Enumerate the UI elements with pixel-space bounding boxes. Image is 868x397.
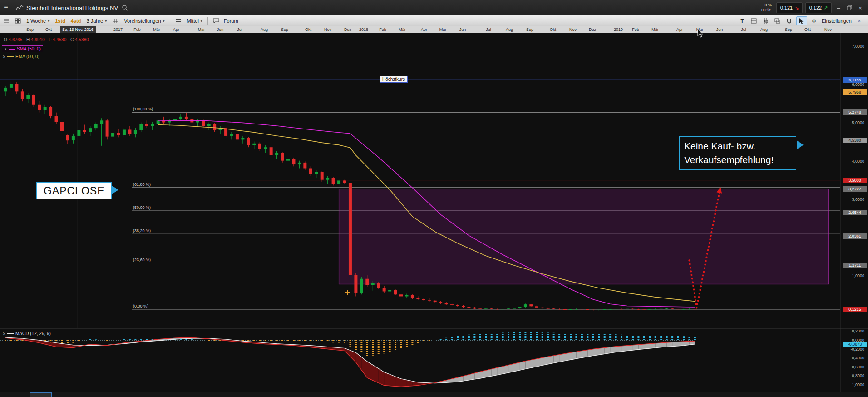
minimize-icon[interactable]: –	[834, 4, 843, 12]
macd-fill	[525, 360, 531, 369]
candle-body	[422, 299, 425, 300]
candle-body	[252, 144, 256, 145]
macd-fill	[356, 352, 361, 370]
macd-fill	[361, 357, 367, 378]
date-axis[interactable]: Sa, 19 Nov. 2016 SepOkt2017FebMärAprMaiJ…	[0, 26, 868, 34]
hoechstkurs-annotation[interactable]: Höchstkurs	[380, 76, 408, 83]
toolbar-separator	[207, 17, 208, 25]
bid-box[interactable]: 0,121 ↘	[776, 2, 803, 13]
list-icon[interactable]	[1, 17, 11, 25]
candle-body	[609, 309, 612, 310]
gapclose-annotation[interactable]: GAPCLOSE	[36, 182, 112, 199]
layout-grid-icon[interactable]	[13, 17, 23, 25]
candle-body	[349, 183, 352, 275]
chart-line-icon[interactable]	[15, 5, 24, 11]
candle-body	[360, 279, 363, 293]
candle-body	[473, 308, 476, 309]
candle-body	[202, 120, 205, 126]
candle-body	[100, 120, 103, 124]
candle-body	[117, 133, 120, 135]
candle-body	[597, 310, 601, 310]
candle-body	[388, 290, 391, 291]
candlestick-icon[interactable]	[761, 17, 771, 25]
settings-button[interactable]: Einstellungen	[822, 18, 852, 24]
candle-body	[207, 124, 211, 126]
ask-box[interactable]: 0,122 ↗	[805, 2, 832, 13]
candle-body	[450, 304, 454, 305]
menu-icon[interactable]: ≡	[0, 4, 12, 12]
panel-close-icon[interactable]: ×	[854, 17, 864, 25]
mittel-dropdown[interactable]: Mittel▾	[185, 17, 205, 25]
magnet-icon[interactable]	[784, 17, 794, 25]
date-tick: Okt	[45, 27, 52, 32]
candle-body	[94, 124, 98, 128]
candle-body	[128, 129, 131, 134]
candle-body	[292, 159, 295, 164]
candle-body	[264, 147, 267, 149]
chart-scrollbar[interactable]	[0, 392, 868, 397]
candle-body	[298, 163, 301, 164]
instrument-title: Steinhoff International Holdings NV	[26, 5, 118, 11]
panels-icon[interactable]	[773, 17, 783, 25]
close-icon[interactable]: ×	[856, 4, 864, 12]
popout-icon[interactable]	[845, 4, 853, 12]
candle-body	[332, 178, 335, 184]
date-tick: Jul	[486, 27, 491, 32]
macd-fill	[548, 356, 553, 364]
remove-sma-icon[interactable]: X	[4, 47, 7, 51]
sma-legend[interactable]: X SMA (50, 0)	[2, 45, 43, 52]
quick-interval-4std[interactable]: 4std	[69, 17, 84, 25]
candle-body	[343, 180, 346, 183]
sma-line-sample	[9, 49, 15, 50]
candle-body	[416, 298, 419, 299]
candle-body	[321, 172, 324, 180]
remove-ema-icon[interactable]: X	[3, 55, 5, 59]
candle-body	[547, 308, 550, 309]
scrollbar-handle[interactable]	[30, 392, 52, 397]
remove-macd-icon[interactable]: X	[3, 332, 5, 336]
macd-legend[interactable]: X MACD (12, 26, 9)	[3, 331, 51, 336]
search-icon[interactable]	[122, 5, 128, 11]
candle-body	[309, 168, 312, 174]
candle-body	[236, 134, 239, 140]
line-width-icon[interactable]	[173, 17, 183, 25]
chart-area[interactable]: (100,00 %)(61,80 %)(50,00 %)(38,20 %)(23…	[0, 33, 868, 392]
date-tick: Sep	[785, 27, 792, 32]
presets-dropdown[interactable]: Voreinstellungen▾	[122, 17, 167, 25]
gear-icon[interactable]: ⚙	[809, 17, 819, 25]
timeframe-dropdown[interactable]: 1 Woche▾	[24, 17, 52, 25]
performance-points: 0 Pkt.	[761, 8, 772, 13]
macd-line-sample	[7, 333, 14, 334]
price-chart[interactable]: (100,00 %)(61,80 %)(50,00 %)(38,20 %)(23…	[0, 33, 868, 392]
chevron-down-icon: ▾	[163, 19, 165, 23]
text-tool-icon[interactable]: T	[737, 17, 747, 25]
cursor-tool-icon[interactable]	[796, 16, 807, 25]
macd-label: MACD (12, 26, 9)	[15, 331, 51, 336]
recommendation-note[interactable]: Keine Kauf- bzw. Verkaufsempfehlung!	[679, 136, 796, 170]
candle-body	[394, 290, 397, 294]
candle-body	[631, 309, 634, 309]
bid-value: 0,121	[780, 5, 793, 10]
date-tick: Mär	[153, 27, 160, 32]
candle-body	[456, 305, 459, 306]
candle-body	[552, 308, 555, 309]
ema-legend[interactable]: X EMA (50, 0)	[3, 54, 39, 59]
forum-bubble-icon[interactable]	[211, 17, 221, 25]
date-tick: Jun	[716, 27, 723, 32]
candle-body	[405, 295, 408, 297]
forum-button[interactable]: Forum	[224, 18, 238, 24]
grid-toggle-icon[interactable]	[110, 17, 120, 25]
quick-interval-1std[interactable]: 1std	[53, 17, 68, 25]
range-dropdown[interactable]: 3 Jahre▾	[84, 17, 109, 25]
chart-grid-icon[interactable]	[749, 17, 759, 25]
macd-fill	[576, 351, 582, 358]
candle-body	[77, 130, 80, 136]
date-tick: Apr	[676, 27, 683, 32]
candle-body	[693, 309, 696, 309]
date-tick: Feb	[133, 27, 141, 32]
candle-body	[445, 303, 448, 305]
date-tick: Dez	[344, 27, 351, 32]
candle-body	[83, 130, 86, 132]
macd-fill	[638, 344, 644, 350]
candle-body	[151, 124, 154, 126]
